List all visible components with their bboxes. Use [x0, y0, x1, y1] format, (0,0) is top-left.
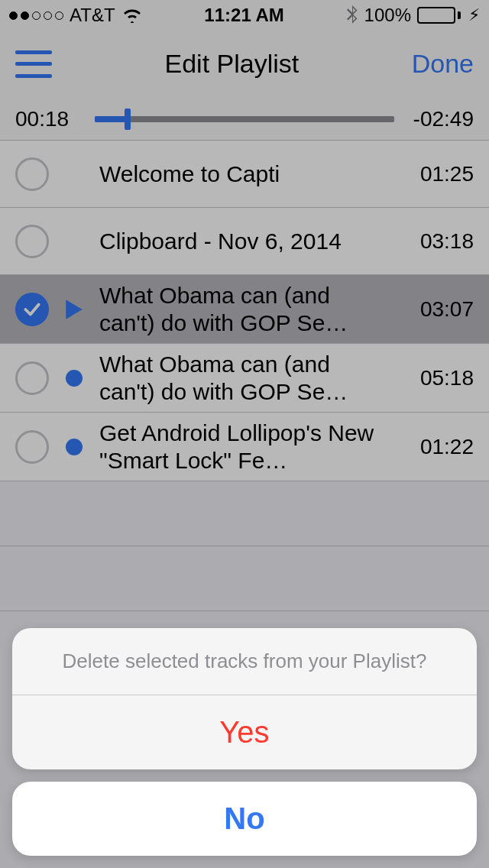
action-sheet: Delete selected tracks from your Playlis…: [12, 628, 477, 856]
delete-no-button[interactable]: No: [12, 782, 477, 856]
delete-yes-button[interactable]: Yes: [12, 695, 477, 769]
action-sheet-group: Delete selected tracks from your Playlis…: [12, 628, 477, 769]
action-sheet-title: Delete selected tracks from your Playlis…: [12, 628, 477, 695]
